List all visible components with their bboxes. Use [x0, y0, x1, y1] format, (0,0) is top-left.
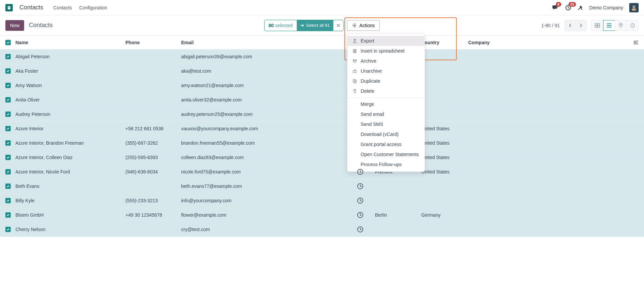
cell-phone: (946)-638-6034	[125, 169, 181, 174]
action-export[interactable]: Export	[347, 36, 424, 46]
cell-email: audrey.peterson25@example.com	[181, 112, 345, 117]
cell-email: cry@test.com	[181, 227, 345, 232]
column-settings-icon[interactable]	[629, 40, 639, 45]
row-checkbox[interactable]	[5, 140, 11, 146]
nav-configuration[interactable]: Configuration	[79, 5, 107, 10]
table-row[interactable]: Billy Kyle (555)-233-3213 info@yourcompa…	[0, 194, 644, 208]
app-title: Contacts	[19, 4, 43, 11]
company-name[interactable]: Demo Company	[589, 5, 623, 10]
activities-badge: 25	[569, 2, 576, 7]
cell-name: Azure Interior, Colleen Diaz	[15, 155, 125, 160]
row-checkbox[interactable]	[5, 169, 11, 174]
cell-name: Amy Watson	[15, 83, 125, 88]
cell-name: Azure Interior	[15, 126, 125, 131]
view-kanban[interactable]	[591, 20, 603, 31]
table-row[interactable]: Bloem GmbH +49 30 12345678 flower@exampl…	[0, 208, 644, 222]
unarchive-icon	[352, 69, 357, 73]
cell-country: Germany	[421, 212, 468, 218]
app-logo[interactable]	[5, 4, 13, 11]
svg-rect-5	[632, 8, 636, 11]
cell-name: Cherry Nelson	[15, 227, 125, 232]
table-row[interactable]: Cherry Nelson cry@test.com	[0, 222, 644, 237]
row-checkbox[interactable]	[5, 198, 11, 203]
activities-icon[interactable]: 25	[565, 5, 571, 11]
row-checkbox[interactable]	[5, 97, 11, 102]
column-country[interactable]: Country	[421, 40, 468, 45]
actions-button[interactable]: Actions	[347, 20, 380, 31]
action-unarchive[interactable]: Unarchive	[347, 66, 424, 76]
cell-name: Azure Interior, Nicole Ford	[15, 169, 125, 174]
pager-text[interactable]: 1-80 / 91	[541, 23, 560, 28]
view-map[interactable]	[615, 20, 627, 31]
action-grant-portal[interactable]: Grant portal access	[347, 139, 424, 149]
svg-point-21	[637, 41, 638, 42]
table-row[interactable]: Azure Interior, Nicole Ford (946)-638-60…	[0, 165, 644, 179]
table-row[interactable]: Azure Interior, Brandon Freeman (355)-68…	[0, 136, 644, 150]
table-row[interactable]: Anita Oliver anita.oliver32@example.com	[0, 93, 644, 107]
svg-rect-16	[598, 23, 600, 25]
action-duplicate[interactable]: Duplicate	[347, 76, 424, 86]
table-row[interactable]: Aka Foster aka@test.com	[0, 64, 644, 78]
row-checkbox[interactable]	[5, 212, 11, 218]
action-send-sms[interactable]: Send SMS	[347, 119, 424, 129]
row-checkbox[interactable]	[5, 83, 11, 88]
row-checkbox[interactable]	[5, 68, 11, 74]
table-row[interactable]: Amy Watson amy.watson21@example.com	[0, 78, 644, 93]
row-checkbox[interactable]	[5, 54, 11, 59]
column-name[interactable]: Name	[15, 40, 125, 45]
row-checkbox[interactable]	[5, 112, 11, 117]
svg-point-1	[9, 6, 10, 7]
svg-rect-15	[595, 23, 597, 25]
activity-clock-icon[interactable]	[357, 198, 363, 204]
avatar[interactable]	[629, 3, 639, 12]
action-send-email[interactable]: Send email	[347, 109, 424, 119]
activity-clock-icon[interactable]	[357, 226, 363, 232]
duplicate-icon	[352, 79, 357, 83]
cell-name: Beth Evans	[15, 184, 125, 189]
table-row[interactable]: Audrey Peterson audrey.peterson25@exampl…	[0, 107, 644, 122]
new-button[interactable]: New	[5, 20, 24, 31]
row-checkbox[interactable]	[5, 184, 11, 189]
cell-email: colleen.diaz83@example.com	[181, 155, 345, 160]
messages-badge: 8	[556, 2, 561, 7]
selection-count: 80selected	[265, 23, 297, 28]
clear-selection[interactable]	[333, 20, 343, 31]
messages-icon[interactable]: 8	[552, 5, 559, 11]
view-activity[interactable]	[627, 20, 639, 31]
action-merge[interactable]: Merge	[347, 99, 424, 109]
table-header: Name Phone Email City Country Company	[0, 35, 644, 50]
select-all-checkbox[interactable]	[5, 40, 11, 45]
table-row[interactable]: Azure Interior, Colleen Diaz (255)-595-8…	[0, 150, 644, 165]
cell-country: United States	[421, 155, 468, 160]
action-download-vcard[interactable]: Download (vCard)	[347, 129, 424, 139]
row-checkbox[interactable]	[5, 126, 11, 131]
action-open-statements[interactable]: Open Customer Statements	[347, 149, 424, 159]
activity-clock-icon[interactable]	[357, 212, 363, 218]
table-row[interactable]: Abigail Peterson abigail.peterson39@exam…	[0, 50, 644, 64]
table-row[interactable]: Azure Interior +58 212 681 0538 vauxoo@y…	[0, 122, 644, 136]
view-list[interactable]	[603, 20, 615, 31]
trash-icon	[352, 89, 357, 93]
svg-point-22	[637, 43, 638, 44]
action-archive[interactable]: Archive	[347, 56, 424, 66]
action-process-followups[interactable]: Process Follow-ups	[347, 159, 424, 169]
column-email[interactable]: Email	[181, 40, 345, 45]
select-all-button[interactable]: Select all 91	[297, 20, 333, 31]
cell-phone: (555)-233-3213	[125, 198, 181, 203]
column-phone[interactable]: Phone	[125, 40, 181, 45]
pager-prev[interactable]	[565, 20, 576, 31]
nav-contacts[interactable]: Contacts	[53, 5, 72, 10]
cell-name: Azure Interior, Brandon Freeman	[15, 140, 125, 146]
action-insert-spreadsheet[interactable]: Insert in spreadsheet	[347, 46, 424, 56]
action-delete[interactable]: Delete	[347, 86, 424, 96]
column-company[interactable]: Company	[468, 40, 629, 45]
activity-clock-icon[interactable]	[357, 183, 363, 189]
activity-clock-icon[interactable]	[357, 169, 363, 175]
row-checkbox[interactable]	[5, 227, 11, 232]
pager-next[interactable]	[576, 20, 586, 31]
gear-icon	[352, 23, 357, 28]
row-checkbox[interactable]	[5, 155, 11, 160]
table-row[interactable]: Beth Evans beth.evans77@example.com	[0, 179, 644, 194]
dropdown-separator	[347, 97, 424, 98]
tools-icon[interactable]	[577, 5, 583, 11]
